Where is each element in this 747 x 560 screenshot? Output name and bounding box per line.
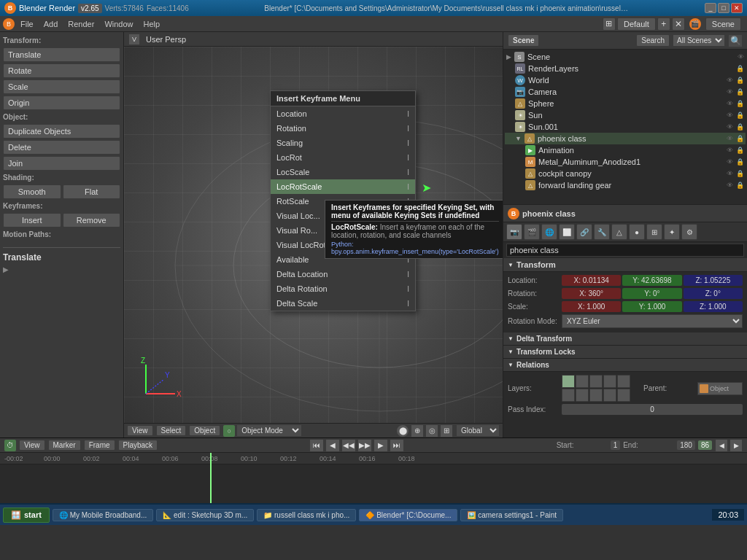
object-name-field[interactable] bbox=[506, 244, 744, 257]
start-frame-value[interactable]: 1 bbox=[611, 440, 621, 450]
play-forward-btn[interactable]: ▶▶ bbox=[357, 439, 372, 452]
rotation-mode-select[interactable]: XYZ Euler bbox=[562, 314, 743, 328]
duplicate-button[interactable]: Duplicate Objects bbox=[3, 124, 120, 139]
menu-file[interactable]: File bbox=[16, 18, 38, 30]
props-scene-icon[interactable]: 🎬 bbox=[524, 224, 540, 240]
scene-selector[interactable]: Scene bbox=[705, 18, 741, 31]
tree-material[interactable]: M Metal_Aluminum_Anodized1 👁 🔒 bbox=[505, 156, 746, 168]
layer-btn-1[interactable] bbox=[562, 375, 575, 388]
layout-icon[interactable]: ⊞ bbox=[603, 18, 616, 31]
location-z[interactable]: Z: 1.05225 bbox=[684, 275, 743, 286]
tree-world[interactable]: W World 👁 🔒 bbox=[505, 74, 746, 86]
viewport[interactable]: V User Persp X Z Y bbox=[124, 32, 503, 438]
rotation-y[interactable]: Y: 0° bbox=[622, 288, 681, 299]
cm-delta-location[interactable]: Delta Location I bbox=[271, 267, 415, 281]
tree-animation[interactable]: ▶ Animation 👁 🔒 bbox=[505, 144, 746, 156]
timeline-icon[interactable]: ⏱ bbox=[4, 440, 16, 451]
props-render-icon[interactable]: 📷 bbox=[506, 224, 522, 240]
layout-selector[interactable]: Default bbox=[617, 18, 656, 31]
add-screen-button[interactable]: + bbox=[657, 18, 670, 31]
flat-button[interactable]: Flat bbox=[63, 184, 121, 199]
props-material-icon[interactable]: ● bbox=[629, 224, 645, 240]
join-button[interactable]: Join bbox=[3, 156, 120, 171]
tree-scene[interactable]: ▶ S Scene 👁 bbox=[505, 51, 746, 63]
layer-btn-8[interactable] bbox=[589, 389, 603, 402]
delta-transform-header[interactable]: Delta Transform bbox=[503, 332, 747, 346]
object-menu-btn[interactable]: Object bbox=[189, 425, 220, 436]
tree-cockpit[interactable]: △ cockpit canopy 👁 🔒 bbox=[505, 168, 746, 179]
layer-btn-5[interactable] bbox=[617, 375, 630, 388]
origin-button[interactable]: Origin bbox=[3, 96, 120, 110]
insert-keyframe-button[interactable]: Insert bbox=[3, 213, 61, 228]
cm-scaling[interactable]: Scaling I bbox=[271, 136, 415, 150]
menu-help[interactable]: Help bbox=[139, 18, 165, 30]
scene-eye-icon[interactable]: 👁 bbox=[738, 53, 744, 61]
props-object-icon[interactable]: ⬜ bbox=[559, 224, 575, 240]
task-browser[interactable]: 🌐 My Mobile Broadband... bbox=[53, 509, 153, 521]
maximize-button[interactable]: □ bbox=[718, 3, 729, 13]
layer-btn-6[interactable] bbox=[562, 389, 575, 402]
menu-add[interactable]: Add bbox=[39, 18, 63, 30]
view-menu-btn[interactable]: View bbox=[127, 425, 153, 436]
translate-button[interactable]: Translate bbox=[3, 47, 120, 62]
pass-index-value[interactable]: 0 bbox=[562, 404, 743, 415]
layer-btn-7[interactable] bbox=[576, 389, 589, 402]
viewport-canvas[interactable]: X Z Y Insert Keyframe Menu Location I Ro… bbox=[124, 47, 503, 423]
cm-delta-rotation[interactable]: Delta Rotation I bbox=[271, 281, 415, 296]
current-frame-value[interactable]: 86 bbox=[698, 440, 712, 450]
tree-sphere[interactable]: △ Sphere 👁 🔒 bbox=[505, 98, 746, 109]
select-menu-btn[interactable]: Select bbox=[156, 425, 187, 436]
viewport-proportional-icon[interactable]: ◎ bbox=[425, 424, 438, 438]
mode-dropdown[interactable]: Object Mode bbox=[236, 424, 302, 437]
props-constraints-icon[interactable]: 🔗 bbox=[576, 224, 592, 240]
pivot-dropdown[interactable]: Global bbox=[456, 424, 500, 437]
cm-locrotscale[interactable]: LocRotScale I ➤ bbox=[271, 179, 415, 194]
relations-section-header[interactable]: Relations bbox=[503, 359, 747, 372]
viewport-shading-icon[interactable]: ⬤ bbox=[396, 424, 409, 438]
cm-locrot[interactable]: LocRot I bbox=[271, 150, 415, 165]
step-back-btn[interactable]: ◀ bbox=[325, 439, 340, 452]
props-physics-icon[interactable]: ⚙ bbox=[681, 224, 697, 240]
cm-rotation[interactable]: Rotation I bbox=[271, 121, 415, 136]
cm-delta-scale[interactable]: Delta Scale I bbox=[271, 296, 415, 311]
cm-location[interactable]: Location I bbox=[271, 106, 415, 121]
task-blender[interactable]: 🔶 Blender* [C:\Docume... bbox=[359, 509, 457, 521]
scale-button[interactable]: Scale bbox=[3, 79, 120, 94]
menu-window[interactable]: Window bbox=[100, 18, 137, 30]
props-texture-icon[interactable]: ⊞ bbox=[646, 224, 662, 240]
start-button[interactable]: 🪟 start bbox=[3, 508, 50, 523]
layer-btn-2[interactable] bbox=[576, 375, 589, 388]
search-btn[interactable]: Search bbox=[636, 34, 670, 47]
smooth-button[interactable]: Smooth bbox=[3, 184, 61, 199]
menu-render[interactable]: Render bbox=[63, 18, 98, 30]
tree-sun001[interactable]: ☀ Sun.001 👁 🔒 bbox=[505, 121, 746, 133]
layer-btn-3[interactable] bbox=[589, 375, 603, 388]
props-world-icon[interactable]: 🌐 bbox=[541, 224, 557, 240]
rotation-z[interactable]: Z: 0° bbox=[684, 288, 743, 299]
rotation-x[interactable]: X: 360° bbox=[562, 288, 621, 299]
tree-camera[interactable]: 📷 Camera 👁 🔒 bbox=[505, 86, 746, 98]
tree-landing-gear[interactable]: △ forward landing gear 👁 🔒 bbox=[505, 179, 746, 191]
prev-frame-btn[interactable]: ◀ bbox=[715, 439, 728, 452]
layer-btn-9[interactable] bbox=[603, 389, 616, 402]
location-x[interactable]: X: 0.01134 bbox=[562, 275, 621, 286]
minimize-button[interactable]: _ bbox=[705, 3, 716, 13]
task-sketchup[interactable]: 📐 edit : Sketchup 3D m... bbox=[156, 509, 254, 521]
scale-y[interactable]: Y: 1.000 bbox=[622, 301, 681, 312]
view-menu-button[interactable]: V bbox=[128, 34, 140, 45]
layer-btn-4[interactable] bbox=[603, 375, 616, 388]
jump-end-btn[interactable]: ⏭ bbox=[390, 439, 404, 452]
snap-icon[interactable]: ⊞ bbox=[440, 424, 453, 438]
timeline-frame-btn[interactable]: Frame bbox=[84, 440, 115, 451]
tree-phoenix[interactable]: ▼ △ phoenix class 👁 🔒 bbox=[505, 133, 746, 144]
scene-filter-dropdown[interactable]: All Scenes bbox=[673, 34, 725, 47]
viewport-overlay-icon[interactable]: ⊕ bbox=[411, 424, 424, 438]
play-back-btn[interactable]: ◀◀ bbox=[341, 439, 356, 452]
task-folder[interactable]: 📁 russell class mk i pho... bbox=[257, 509, 356, 521]
transform-locks-header[interactable]: Transform Locks bbox=[503, 346, 747, 359]
props-data-icon[interactable]: △ bbox=[611, 224, 627, 240]
props-modifiers-icon[interactable]: 🔧 bbox=[594, 224, 610, 240]
close-button[interactable]: ✕ bbox=[731, 3, 743, 13]
step-forward-btn[interactable]: ▶ bbox=[374, 439, 388, 452]
task-paint[interactable]: 🖼️ camera settings1 - Paint bbox=[460, 509, 563, 521]
